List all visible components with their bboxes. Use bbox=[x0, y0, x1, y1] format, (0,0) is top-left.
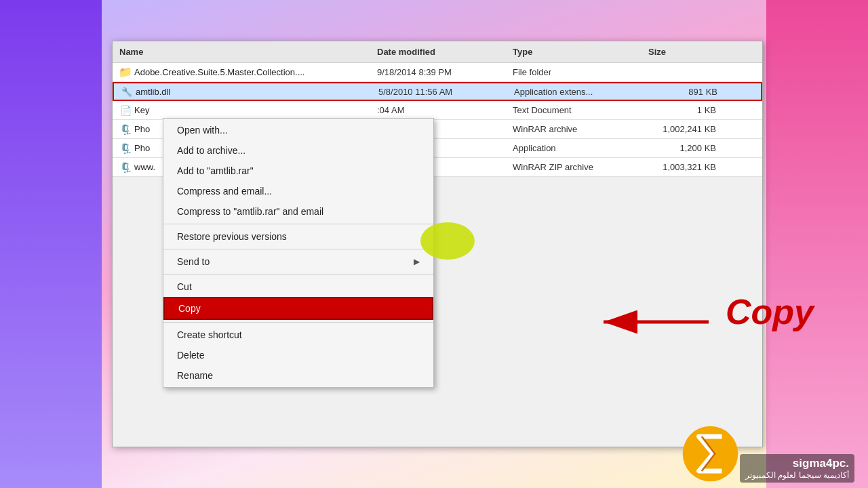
file-date-key: :04 AM bbox=[377, 105, 499, 115]
file-type-key: Text Document bbox=[513, 105, 635, 115]
file-size-www: 1,003,321 KB bbox=[648, 162, 716, 172]
file-type-amtlib: Application extens... bbox=[514, 87, 636, 97]
context-rename[interactable]: Rename bbox=[163, 365, 433, 386]
txt-icon: 📄 bbox=[119, 104, 132, 117]
file-type-adobe: File folder bbox=[513, 67, 635, 77]
yellow-circle-annotation bbox=[420, 222, 475, 260]
context-open-with[interactable]: Open with... bbox=[163, 120, 433, 140]
explorer-header: Name Date modified Type Size bbox=[113, 41, 762, 63]
context-add-amtlib-rar[interactable]: Add to "amtlib.rar" bbox=[163, 161, 433, 181]
file-type-pho1: WinRAR archive bbox=[513, 124, 635, 134]
context-create-shortcut[interactable]: Create shortcut bbox=[163, 325, 433, 345]
col-header-name: Name bbox=[119, 47, 363, 57]
copy-annotation-label: Copy bbox=[726, 291, 814, 332]
watermark-text-area: sigma4pc. أكاديمية سيجما لعلوم الكمبيوتر bbox=[740, 454, 854, 483]
separator-4 bbox=[163, 322, 433, 323]
rar-icon-2: 🗜️ bbox=[119, 142, 132, 155]
context-add-archive[interactable]: Add to archive... bbox=[163, 140, 433, 161]
file-name-key: 📄 Key bbox=[119, 104, 363, 117]
sigma-logo-area bbox=[682, 425, 739, 483]
sigma4pc-label: sigma4pc. bbox=[745, 457, 849, 470]
context-delete[interactable]: Delete bbox=[163, 345, 433, 365]
file-name-adobe: 📁 Adobe.Creative.Suite.5.Master.Collecti… bbox=[119, 66, 363, 79]
separator-1 bbox=[163, 224, 433, 224]
col-header-size: Size bbox=[648, 47, 716, 57]
context-send-to[interactable]: Send to ▶ bbox=[163, 251, 433, 272]
file-name-amtlib: 🔧 amtlib.dll bbox=[121, 85, 365, 98]
file-type-pho2: Application bbox=[513, 143, 635, 153]
file-size-pho2: 1,200 KB bbox=[648, 143, 716, 153]
file-row-key[interactable]: 📄 Key :04 AM Text Document 1 KB bbox=[113, 101, 762, 120]
folder-icon: 📁 bbox=[119, 66, 132, 79]
arabic-watermark-label: أكاديمية سيجما لعلوم الكمبيوتر bbox=[745, 470, 849, 480]
rar-icon-1: 🗜️ bbox=[119, 123, 132, 136]
rar-icon-3: 🗜️ bbox=[119, 161, 132, 174]
col-header-type: Type bbox=[513, 47, 635, 57]
col-header-date: Date modified bbox=[377, 47, 499, 57]
context-menu: Open with... Add to archive... Add to "a… bbox=[163, 118, 434, 388]
file-row-amtlib[interactable]: 🔧 amtlib.dll 5/8/2010 11:56 AM Applicati… bbox=[113, 82, 762, 101]
file-size-key: 1 KB bbox=[648, 105, 716, 115]
file-size-pho1: 1,002,241 KB bbox=[648, 124, 716, 134]
context-restore[interactable]: Restore previous versions bbox=[163, 226, 433, 247]
file-date-amtlib: 5/8/2010 11:56 AM bbox=[378, 87, 500, 97]
context-compress-email[interactable]: Compress and email... bbox=[163, 181, 433, 201]
file-type-www: WinRAR ZIP archive bbox=[513, 162, 635, 172]
context-copy[interactable]: Copy bbox=[163, 297, 433, 320]
file-date-adobe: 9/18/2014 8:39 PM bbox=[377, 67, 499, 77]
separator-2 bbox=[163, 249, 433, 249]
context-compress-amtlib-email[interactable]: Compress to "amtlib.rar" and email bbox=[163, 201, 433, 222]
file-row-adobe[interactable]: 📁 Adobe.Creative.Suite.5.Master.Collecti… bbox=[113, 63, 762, 82]
separator-3 bbox=[163, 274, 433, 274]
file-size-amtlib: 891 KB bbox=[650, 87, 717, 97]
copy-arrow-annotation bbox=[593, 305, 715, 339]
dll-icon: 🔧 bbox=[121, 85, 133, 98]
context-cut[interactable]: Cut bbox=[163, 277, 433, 297]
send-to-arrow: ▶ bbox=[414, 257, 420, 266]
